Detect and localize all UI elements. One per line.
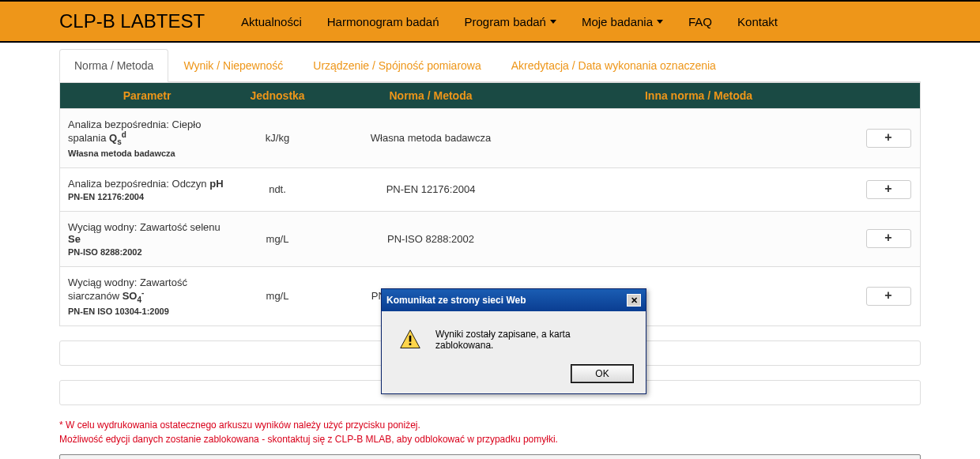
norm-cell: PN-EN 12176:2004 (321, 167, 541, 211)
dialog-message: Wyniki zostały zapisane, a karta zabloko… (435, 329, 630, 351)
brand: CLP-B LABTEST (0, 10, 228, 32)
param-text: Analiza bezpośrednia: Odczyn pH (68, 178, 226, 190)
nav-schedule[interactable]: Harmonogram badań (315, 10, 452, 33)
tab-device[interactable]: Urządzenie / Spójność pomiarowa (298, 49, 496, 82)
table-row: Wyciąg wodny: Zawartość selenu SePN-ISO … (60, 211, 921, 266)
other-cell (541, 211, 857, 266)
tab-accred[interactable]: Akredytacja / Data wykonania oznaczenia (496, 49, 731, 82)
param-text: Analiza bezpośrednia: Ciepło spalania Qs… (68, 119, 226, 146)
param-sub: PN-ISO 8288:2002 (68, 247, 226, 257)
add-button[interactable]: + (866, 129, 911, 148)
norm-cell: Własna metoda badawcza (321, 109, 541, 168)
param-sub: Własna metoda badawcza (68, 149, 226, 158)
alert-dialog: Komunikat ze strony sieci Web ✕ Wyniki z… (381, 288, 646, 394)
dialog-ok-button[interactable]: OK (571, 365, 633, 382)
table-row: Analiza bezpośrednia: Ciepło spalania Qs… (60, 109, 921, 168)
norm-cell: PN-ISO 8288:2002 (321, 211, 541, 266)
nav-faq[interactable]: FAQ (676, 10, 725, 33)
th-unit: Jednostka (234, 83, 321, 109)
param-sub: PN-EN ISO 10304-1:2009 (68, 307, 226, 316)
svg-rect-1 (409, 343, 412, 345)
unit-cell: kJ/kg (234, 109, 321, 168)
param-text: Wyciąg wodny: Zawartość selenu Se (68, 221, 226, 245)
th-action (857, 83, 921, 109)
dialog-title-bar: Komunikat ze strony sieci Web ✕ (382, 289, 646, 311)
param-text: Wyciąg wodny: Zawartość siarczanów SO4- (68, 277, 226, 304)
warning-notes: * W celu wydrukowania ostatecznego arkus… (59, 418, 921, 446)
unit-cell: ndt. (234, 167, 321, 211)
tabs: Norma / Metoda Wynik / Niepewność Urządz… (59, 49, 921, 82)
caret-icon (657, 20, 663, 24)
svg-rect-0 (409, 336, 412, 342)
th-other: Inna norma / Metoda (541, 83, 857, 109)
nav-news[interactable]: Aktualności (228, 10, 315, 33)
nav-my[interactable]: Moje badania (569, 10, 676, 33)
table-row: Analiza bezpośrednia: Odczyn pHPN-EN 121… (60, 167, 921, 211)
dialog-close-button[interactable]: ✕ (627, 294, 641, 307)
param-sub: PN-EN 12176:2004 (68, 192, 226, 201)
th-param: Parametr (60, 83, 235, 109)
tab-result[interactable]: Wynik / Niepewność (168, 49, 298, 82)
main-nav: Aktualności Harmonogram badań Program ba… (228, 10, 790, 33)
tab-norm[interactable]: Norma / Metoda (59, 49, 168, 82)
caret-icon (550, 20, 556, 24)
topbar: CLP-B LABTEST Aktualności Harmonogram ba… (0, 0, 980, 43)
nav-program[interactable]: Program badań (452, 10, 569, 33)
warning-icon (399, 329, 421, 351)
unit-cell: mg/L (234, 266, 321, 325)
th-norm: Norma / Metoda (321, 83, 541, 109)
other-cell (541, 167, 857, 211)
save-print-button[interactable]: Zapisz ostatecznie i wydrukuj (59, 454, 921, 459)
content: Norma / Metoda Wynik / Niepewność Urządz… (59, 49, 921, 459)
nav-contact[interactable]: Kontakt (725, 10, 790, 33)
dialog-title: Komunikat ze strony sieci Web (386, 295, 526, 306)
unit-cell: mg/L (234, 211, 321, 266)
other-cell (541, 109, 857, 168)
add-button[interactable]: + (866, 287, 911, 306)
add-button[interactable]: + (866, 180, 911, 199)
add-button[interactable]: + (866, 229, 911, 248)
